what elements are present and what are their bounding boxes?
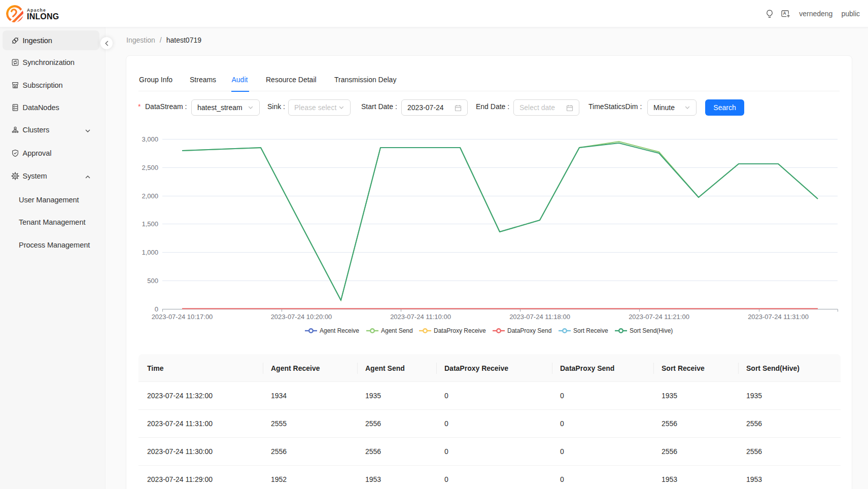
svg-text:2023-07-24 11:10:00: 2023-07-24 11:10:00 (390, 313, 451, 321)
svg-text:A: A (783, 11, 786, 16)
svg-text:DataProxy Receive: DataProxy Receive (434, 327, 486, 334)
svg-text:1,000: 1,000 (142, 249, 158, 256)
svg-text:2023-07-24 11:21:00: 2023-07-24 11:21:00 (629, 313, 689, 321)
svg-text:2,000: 2,000 (142, 192, 158, 200)
svg-text:Sort Send(Hive): Sort Send(Hive) (630, 327, 673, 334)
svg-text:1,500: 1,500 (142, 220, 158, 228)
svg-text:500: 500 (147, 277, 158, 285)
svg-text:Agent Send: Agent Send (381, 327, 413, 334)
svg-text:Agent Receive: Agent Receive (320, 327, 359, 334)
svg-text:2023-07-24 10:17:00: 2023-07-24 10:17:00 (152, 313, 213, 321)
svg-text:2023-07-24 10:20:00: 2023-07-24 10:20:00 (271, 313, 332, 321)
svg-text:2023-07-24 11:18:00: 2023-07-24 11:18:00 (509, 313, 570, 321)
svg-text:Sort Receive: Sort Receive (573, 327, 608, 334)
svg-text:3,000: 3,000 (142, 135, 158, 143)
svg-text:2023-07-24 11:31:00: 2023-07-24 11:31:00 (748, 313, 809, 321)
svg-text:2,500: 2,500 (142, 164, 158, 171)
svg-text:0: 0 (155, 305, 158, 313)
svg-text:DataProxy Send: DataProxy Send (507, 327, 551, 334)
